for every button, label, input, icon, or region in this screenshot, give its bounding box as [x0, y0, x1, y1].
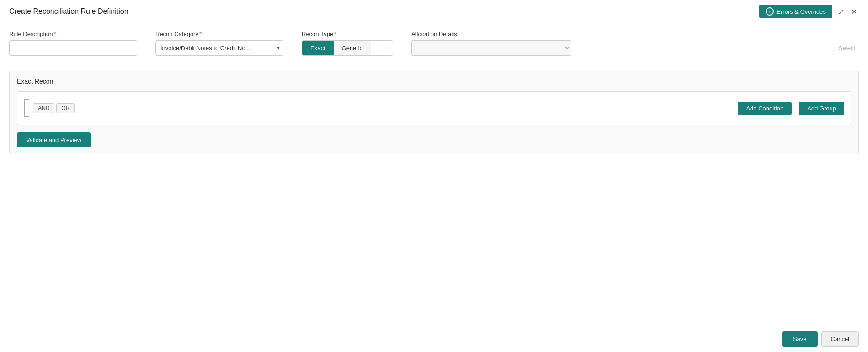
errors-overrides-button[interactable]: i Errors & Overrides — [759, 5, 832, 18]
recon-category-label: Recon Category* — [155, 31, 283, 37]
and-button[interactable]: AND — [33, 103, 54, 113]
allocation-details-select[interactable] — [411, 40, 571, 56]
close-button[interactable]: ✕ — [849, 5, 859, 18]
cancel-button[interactable]: Cancel — [821, 331, 859, 347]
required-star: * — [53, 31, 56, 37]
or-button[interactable]: OR — [56, 103, 75, 113]
rule-description-input[interactable] — [9, 40, 137, 56]
exact-recon-title: Exact Recon — [17, 78, 851, 85]
main-content: Rule Description* Recon Category* Invoic… — [0, 23, 868, 352]
recon-type-group: Recon Type* Exact Generic — [302, 31, 393, 56]
logic-bracket — [24, 99, 29, 117]
recon-category-group: Recon Category* Invoice/Debit Notes to C… — [155, 31, 283, 56]
rule-description-group: Rule Description* — [9, 31, 137, 56]
modal-title: Create Reconciliation Rule Definition — [9, 7, 128, 16]
close-icon: ✕ — [851, 7, 857, 16]
recon-type-toggle: Exact Generic — [302, 40, 393, 56]
exact-recon-section: Exact Recon AND OR Add Condition Add Gro… — [9, 71, 859, 154]
save-button[interactable]: Save — [782, 331, 818, 347]
recon-category-select-wrapper: Invoice/Debit Notes to Credit No... ▾ — [155, 40, 283, 56]
rule-description-label: Rule Description* — [9, 31, 137, 37]
recon-type-label: Recon Type* — [302, 31, 393, 37]
add-condition-button[interactable]: Add Condition — [738, 102, 792, 115]
errors-overrides-label: Errors & Overrides — [777, 8, 826, 15]
add-group-button[interactable]: Add Group — [799, 102, 844, 115]
logic-container: AND OR — [24, 99, 75, 117]
expand-icon: ⤢ — [838, 7, 844, 16]
header-actions: i Errors & Overrides ⤢ ✕ — [759, 5, 859, 18]
allocation-details-label: Allocation Details — [411, 31, 859, 37]
generic-toggle-button[interactable]: Generic — [334, 41, 371, 55]
required-star-type: * — [334, 31, 336, 37]
condition-actions: Add Condition Add Group — [738, 102, 844, 115]
modal-container: Create Reconciliation Rule Definition i … — [0, 0, 868, 352]
condition-builder: AND OR Add Condition Add Group — [17, 91, 851, 125]
allocation-details-select-wrapper: Select — [411, 40, 859, 56]
allocation-details-group: Allocation Details Select — [411, 31, 859, 56]
recon-category-select[interactable]: Invoice/Debit Notes to Credit No... — [155, 40, 283, 56]
modal-footer: Save Cancel — [0, 326, 868, 352]
info-icon: i — [766, 7, 774, 16]
required-star-recon: * — [199, 31, 202, 37]
form-section: Rule Description* Recon Category* Invoic… — [0, 23, 868, 63]
modal-header: Create Reconciliation Rule Definition i … — [0, 0, 868, 23]
validate-preview-button[interactable]: Validate and Preview — [17, 132, 91, 147]
logic-buttons: AND OR — [33, 103, 75, 113]
exact-toggle-button[interactable]: Exact — [302, 41, 334, 55]
expand-button[interactable]: ⤢ — [836, 5, 846, 18]
allocation-details-placeholder: Select — [839, 45, 855, 52]
